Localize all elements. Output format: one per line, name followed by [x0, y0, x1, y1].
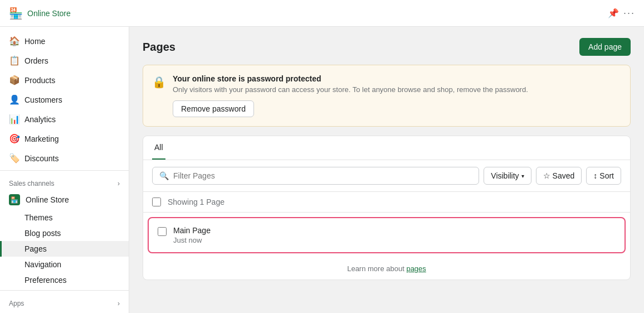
banner-title: Your online store is password protected — [173, 74, 621, 83]
home-icon: 🏠 — [9, 36, 19, 46]
footer-text: Learn more about — [347, 264, 406, 273]
divider-2 — [0, 290, 129, 291]
star-icon: ☆ — [543, 171, 550, 180]
sidebar-item-blog-posts[interactable]: Blog posts — [0, 225, 129, 241]
banner-description: Only visitors with your password can acc… — [173, 85, 621, 94]
sidebar-item-marketing[interactable]: 🎯 Marketing — [0, 129, 129, 148]
discounts-icon: 🏷️ — [9, 153, 19, 163]
main-content: Pages Add page 🔒 Your online store is pa… — [129, 27, 644, 313]
online-store-label: Online Store — [26, 195, 69, 204]
add-apps-button[interactable]: + Add apps — [0, 310, 129, 313]
apps-chevron-icon: › — [118, 300, 120, 307]
add-page-button[interactable]: Add page — [579, 38, 631, 56]
sidebar-item-themes[interactable]: Themes — [0, 210, 129, 225]
sidebar-item-products-label: Products — [25, 76, 55, 85]
tab-all[interactable]: All — [152, 136, 165, 160]
customers-icon: 👤 — [9, 94, 19, 105]
search-icon: 🔍 — [159, 171, 169, 180]
visibility-filter-button[interactable]: Visibility ▾ — [484, 167, 531, 185]
online-store-icon: 🏪 — [9, 194, 20, 205]
sort-button[interactable]: ↕ Sort — [586, 167, 621, 185]
sidebar-item-online-store[interactable]: 🏪 Online Store — [0, 190, 129, 210]
showing-label: Showing 1 Page — [168, 198, 225, 206]
analytics-icon: 📊 — [9, 114, 19, 124]
divider-1 — [0, 170, 129, 171]
pin-icon[interactable]: 📌 — [608, 8, 619, 18]
filter-row: 🔍 Visibility ▾ ☆ Saved ↕ Sort — [143, 160, 630, 192]
lock-icon: 🔒 — [152, 75, 166, 89]
select-all-checkbox[interactable] — [152, 198, 161, 206]
store-icon: 🏪 — [9, 7, 23, 20]
sidebar-item-marketing-label: Marketing — [25, 134, 58, 143]
sidebar-item-customers-label: Customers — [25, 95, 62, 104]
sort-label: Sort — [599, 171, 614, 180]
sidebar-item-products[interactable]: 📦 Products — [0, 70, 129, 90]
saved-filter-button[interactable]: ☆ Saved — [536, 167, 582, 185]
sidebar-item-home[interactable]: 🏠 Home — [0, 31, 129, 51]
topbar: 🏪 Online Store 📌 ··· — [0, 0, 644, 27]
more-icon[interactable]: ··· — [623, 7, 635, 19]
sidebar-item-orders[interactable]: 📋 Orders — [0, 51, 129, 70]
page-row-info: Main Page Just now — [173, 226, 616, 244]
page-title: Pages — [143, 41, 175, 54]
topbar-title: Online Store — [27, 9, 603, 18]
search-box: 🔍 — [152, 167, 479, 185]
apps-section-label: Apps › — [0, 293, 129, 310]
chevron-right-icon: › — [118, 180, 120, 187]
sidebar-item-home-label: Home — [25, 37, 45, 46]
sidebar-item-pages[interactable]: Pages — [0, 241, 129, 257]
page-header: Pages Add page — [143, 38, 631, 56]
password-banner: 🔒 Your online store is password protecte… — [143, 65, 631, 127]
table-header: Showing 1 Page — [143, 192, 630, 213]
sidebar-item-customers[interactable]: 👤 Customers — [0, 90, 129, 109]
sidebar-item-analytics[interactable]: 📊 Analytics — [0, 109, 129, 129]
marketing-icon: 🎯 — [9, 133, 19, 144]
page-row-name: Main Page — [173, 226, 616, 235]
sidebar-item-orders-label: Orders — [25, 56, 48, 65]
visibility-chevron-icon: ▾ — [521, 173, 524, 179]
page-row-time: Just now — [173, 236, 616, 244]
table-row[interactable]: Main Page Just now — [148, 217, 626, 253]
sidebar: 🏠 Home 📋 Orders 📦 Products 👤 Customers 📊… — [0, 27, 129, 313]
sort-icon: ↕ — [593, 171, 597, 180]
content-card: All 🔍 Visibility ▾ ☆ Saved ↕ Sort — [143, 136, 631, 280]
products-icon: 📦 — [9, 75, 19, 85]
sidebar-item-preferences[interactable]: Preferences — [0, 272, 129, 288]
pages-link[interactable]: pages — [406, 264, 426, 273]
saved-label: Saved — [553, 171, 575, 180]
orders-icon: 📋 — [9, 55, 19, 66]
banner-content: Your online store is password protected … — [173, 74, 621, 117]
search-input[interactable] — [173, 171, 472, 180]
sidebar-item-navigation[interactable]: Navigation — [0, 257, 129, 272]
remove-password-button[interactable]: Remove password — [173, 100, 254, 117]
sidebar-item-analytics-label: Analytics — [25, 115, 56, 124]
footer: Learn more about pages — [143, 258, 630, 280]
visibility-label: Visibility — [491, 171, 519, 180]
page-row-checkbox[interactable] — [158, 227, 167, 236]
sales-channels-label: Sales channels › — [0, 173, 129, 190]
sidebar-item-discounts-label: Discounts — [25, 154, 58, 163]
tabs: All — [143, 136, 630, 160]
sidebar-item-discounts[interactable]: 🏷️ Discounts — [0, 148, 129, 168]
